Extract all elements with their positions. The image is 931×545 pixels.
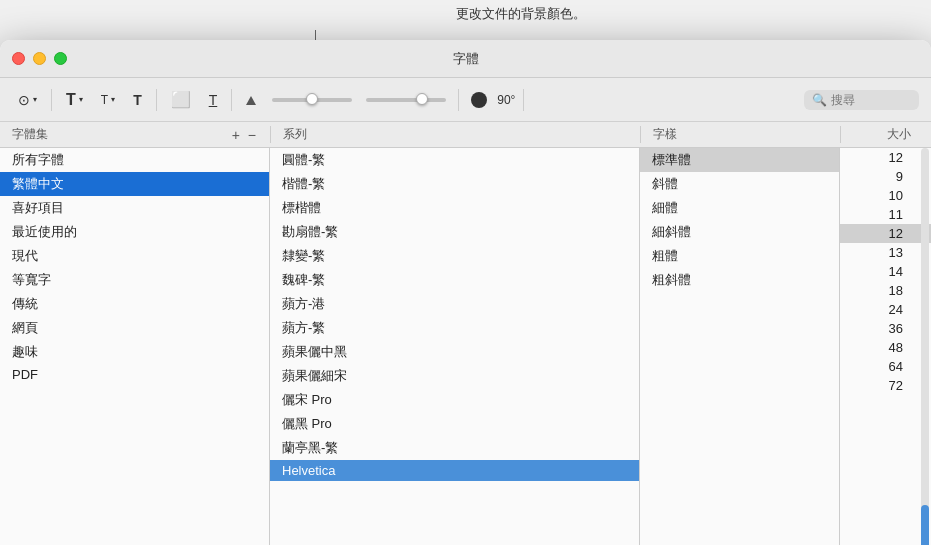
close-button[interactable] (12, 52, 25, 65)
slider-track-1 (272, 98, 352, 102)
chevron-down-icon-2: ▾ (79, 95, 83, 104)
actions-button[interactable]: ⊙ ▾ (12, 88, 43, 112)
series-item[interactable]: 勘扇體-繁 (270, 220, 639, 244)
family-item[interactable]: 喜好項目 (0, 196, 269, 220)
actions-icon: ⊙ (18, 92, 30, 108)
family-header-label: 字體集 (12, 126, 48, 143)
separator-4 (458, 89, 459, 111)
family-item[interactable]: 趣味 (0, 340, 269, 364)
family-item[interactable]: 所有字體 (0, 148, 269, 172)
series-item[interactable]: 儷黑 Pro (270, 412, 639, 436)
series-item[interactable]: 蘋果儷細宋 (270, 364, 639, 388)
size-item[interactable]: 24 (840, 300, 931, 319)
series-item[interactable]: 圓體-繁 (270, 148, 639, 172)
text-color-icon: T (209, 92, 218, 108)
scrollbar-thumb[interactable] (921, 505, 929, 545)
series-item[interactable]: 魏碑-繁 (270, 268, 639, 292)
series-item[interactable]: Helvetica (270, 460, 639, 481)
titlebar: 字體 (0, 40, 931, 78)
style-item[interactable]: 粗斜體 (640, 268, 839, 292)
font-larger-icon: T (66, 91, 76, 109)
window-title: 字體 (453, 50, 479, 68)
series-item[interactable]: 標楷體 (270, 196, 639, 220)
size-input-item[interactable]: 12 (840, 148, 931, 167)
series-column-header: 系列 (270, 126, 640, 143)
separator-2 (156, 89, 157, 111)
main-content: 所有字體繁體中文喜好項目最近使用的現代等寬字傳統網頁趣味PDF 圓體-繁楷體-繁… (0, 148, 931, 545)
size-item[interactable]: 72 (840, 376, 931, 395)
series-item[interactable]: 蘭亭黑-繁 (270, 436, 639, 460)
text-color-button[interactable]: T (203, 88, 224, 112)
slider-thumb-2[interactable] (416, 93, 428, 105)
font-smaller-icon: T (101, 93, 108, 107)
family-item[interactable]: PDF (0, 364, 269, 385)
minimize-button[interactable] (33, 52, 46, 65)
style-item[interactable]: 粗體 (640, 244, 839, 268)
size-column-header: 大小 (840, 126, 931, 143)
search-icon: 🔍 (812, 93, 827, 107)
separator-5 (523, 89, 524, 111)
slider-thumb-1[interactable] (306, 93, 318, 105)
add-family-button[interactable]: + (230, 128, 242, 142)
scrollbar[interactable] (921, 148, 929, 545)
family-item[interactable]: 等寬字 (0, 268, 269, 292)
color-circle[interactable] (471, 92, 487, 108)
search-input[interactable] (831, 93, 911, 107)
size-item[interactable]: 13 (840, 243, 931, 262)
size-item[interactable]: 10 (840, 186, 931, 205)
family-list: 所有字體繁體中文喜好項目最近使用的現代等寬字傳統網頁趣味PDF (0, 148, 270, 545)
size-item[interactable]: 12 (840, 224, 931, 243)
search-box[interactable]: 🔍 (804, 90, 919, 110)
style-header-label: 字樣 (653, 127, 677, 141)
chevron-down-icon: ▾ (33, 95, 37, 104)
separator-3 (231, 89, 232, 111)
remove-family-button[interactable]: − (246, 128, 258, 142)
style-column-header: 字樣 (640, 126, 840, 143)
separator-1 (51, 89, 52, 111)
style-item[interactable]: 細體 (640, 196, 839, 220)
family-item[interactable]: 傳統 (0, 292, 269, 316)
style-list: 標準體斜體細體細斜體粗體粗斜體 (640, 148, 840, 545)
style-item[interactable]: 細斜體 (640, 220, 839, 244)
series-item[interactable]: 楷體-繁 (270, 172, 639, 196)
bg-color-button[interactable]: ⬜ (165, 86, 197, 113)
family-item[interactable]: 現代 (0, 244, 269, 268)
series-item[interactable]: 儷宋 Pro (270, 388, 639, 412)
spacing-up-button[interactable] (240, 88, 262, 112)
size-list: 12 91011121314182436486472 (840, 148, 931, 545)
font-smaller-button[interactable]: T ▾ (95, 89, 121, 111)
family-item[interactable]: 最近使用的 (0, 220, 269, 244)
slider-2-container (362, 98, 450, 102)
font-larger-button[interactable]: T ▾ (60, 87, 89, 113)
triangle-up-icon (246, 92, 256, 108)
style-item[interactable]: 斜體 (640, 172, 839, 196)
family-item[interactable]: 網頁 (0, 316, 269, 340)
slider-1-container (268, 98, 356, 102)
column-headers: 字體集 + − 系列 字樣 大小 (0, 122, 931, 148)
maximize-button[interactable] (54, 52, 67, 65)
svg-marker-0 (246, 96, 256, 105)
size-item[interactable]: 14 (840, 262, 931, 281)
family-item[interactable]: 繁體中文 (0, 172, 269, 196)
series-header-label: 系列 (283, 127, 307, 141)
tooltip-text: 更改文件的背景顏色。 (456, 5, 586, 23)
series-item[interactable]: 蘋方-繁 (270, 316, 639, 340)
size-item[interactable]: 11 (840, 205, 931, 224)
bold-icon: T (133, 92, 142, 108)
size-item[interactable]: 9 (840, 167, 931, 186)
font-panel-window: 字體 ⊙ ▾ T ▾ T ▾ T (0, 40, 931, 545)
style-item[interactable]: 標準體 (640, 148, 839, 172)
size-item[interactable]: 36 (840, 319, 931, 338)
size-item[interactable]: 18 (840, 281, 931, 300)
series-item[interactable]: 蘋方-港 (270, 292, 639, 316)
size-item[interactable]: 64 (840, 357, 931, 376)
slider-track-2 (366, 98, 446, 102)
series-item[interactable]: 隸變-繁 (270, 244, 639, 268)
family-header-actions: + − (230, 128, 258, 142)
series-item[interactable]: 蘋果儷中黑 (270, 340, 639, 364)
bold-button[interactable]: T (127, 88, 148, 112)
size-item[interactable]: 48 (840, 338, 931, 357)
size-header-label: 大小 (887, 127, 911, 141)
toolbar: ⊙ ▾ T ▾ T ▾ T ⬜ (0, 78, 931, 122)
family-column-header: 字體集 + − (0, 126, 270, 143)
